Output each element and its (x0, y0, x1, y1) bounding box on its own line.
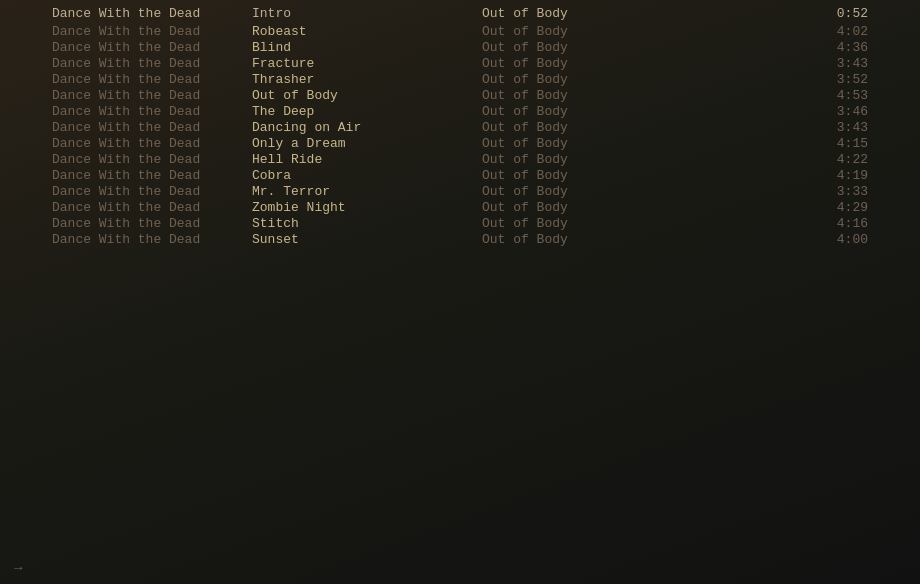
track-title: Fracture (252, 56, 482, 72)
track-artist: Dance With the Dead (52, 56, 252, 72)
track-title: Robeast (252, 24, 482, 40)
track-album: Out of Body (482, 40, 808, 56)
track-album: Out of Body (482, 200, 808, 216)
track-duration: 4:53 (808, 88, 868, 104)
track-title: Only a Dream (252, 136, 482, 152)
track-album: Out of Body (482, 72, 808, 88)
track-album: Out of Body (482, 136, 808, 152)
track-album: Out of Body (482, 24, 808, 40)
table-row[interactable]: Dance With the DeadSunsetOut of Body4:00 (0, 232, 920, 248)
track-album: Out of Body (482, 152, 808, 168)
table-row[interactable]: Dance With the DeadBlindOut of Body4:36 (0, 40, 920, 56)
track-duration: 4:36 (808, 40, 868, 56)
track-artist: Dance With the Dead (52, 24, 252, 40)
track-duration: 4:29 (808, 200, 868, 216)
track-album: Out of Body (482, 104, 808, 120)
track-duration: 3:43 (808, 56, 868, 72)
track-title: Hell Ride (252, 152, 482, 168)
table-row[interactable]: Dance With the DeadHell RideOut of Body4… (0, 152, 920, 168)
track-artist: Dance With the Dead (52, 184, 252, 200)
track-artist: Dance With the Dead (52, 88, 252, 104)
table-row[interactable]: Dance With the DeadRobeastOut of Body4:0… (0, 24, 920, 40)
header-duration: 0:52 (808, 6, 868, 22)
table-row[interactable]: Dance With the DeadFractureOut of Body3:… (0, 56, 920, 72)
track-title: Stitch (252, 216, 482, 232)
track-duration: 4:22 (808, 152, 868, 168)
track-title: Sunset (252, 232, 482, 248)
header-artist: Dance With the Dead (52, 6, 252, 22)
track-artist: Dance With the Dead (52, 104, 252, 120)
track-artist: Dance With the Dead (52, 200, 252, 216)
track-album: Out of Body (482, 216, 808, 232)
track-title: Cobra (252, 168, 482, 184)
track-artist: Dance With the Dead (52, 232, 252, 248)
track-title: Thrasher (252, 72, 482, 88)
table-row[interactable]: Dance With the DeadDancing on AirOut of … (0, 120, 920, 136)
track-album: Out of Body (482, 232, 808, 248)
track-title: Mr. Terror (252, 184, 482, 200)
table-row[interactable]: Dance With the DeadOut of BodyOut of Bod… (0, 88, 920, 104)
track-duration: 3:43 (808, 120, 868, 136)
track-title: Dancing on Air (252, 120, 482, 136)
track-artist: Dance With the Dead (52, 152, 252, 168)
track-title: Blind (252, 40, 482, 56)
track-duration: 4:00 (808, 232, 868, 248)
table-row[interactable]: Dance With the DeadStitchOut of Body4:16 (0, 216, 920, 232)
track-duration: 4:19 (808, 168, 868, 184)
track-album: Out of Body (482, 120, 808, 136)
track-list: Dance With the Dead Intro Out of Body 0:… (0, 0, 920, 254)
track-duration: 4:15 (808, 136, 868, 152)
track-album: Out of Body (482, 88, 808, 104)
track-album: Out of Body (482, 168, 808, 184)
track-title: The Deep (252, 104, 482, 120)
track-duration: 4:02 (808, 24, 868, 40)
track-title: Out of Body (252, 88, 482, 104)
table-row[interactable]: Dance With the DeadThe DeepOut of Body3:… (0, 104, 920, 120)
track-artist: Dance With the Dead (52, 136, 252, 152)
track-list-header: Dance With the Dead Intro Out of Body 0:… (0, 6, 920, 22)
track-artist: Dance With the Dead (52, 72, 252, 88)
header-album: Out of Body (482, 6, 808, 22)
track-artist: Dance With the Dead (52, 40, 252, 56)
track-duration: 3:52 (808, 72, 868, 88)
table-row[interactable]: Dance With the DeadZombie NightOut of Bo… (0, 200, 920, 216)
table-row[interactable]: Dance With the DeadMr. TerrorOut of Body… (0, 184, 920, 200)
table-row[interactable]: Dance With the DeadCobraOut of Body4:19 (0, 168, 920, 184)
track-duration: 3:46 (808, 104, 868, 120)
track-artist: Dance With the Dead (52, 120, 252, 136)
header-title: Intro (252, 6, 482, 22)
track-duration: 3:33 (808, 184, 868, 200)
track-artist: Dance With the Dead (52, 168, 252, 184)
track-album: Out of Body (482, 184, 808, 200)
table-row[interactable]: Dance With the DeadOnly a DreamOut of Bo… (0, 136, 920, 152)
track-album: Out of Body (482, 56, 808, 72)
track-duration: 4:16 (808, 216, 868, 232)
bottom-arrow-icon: → (14, 560, 22, 576)
track-title: Zombie Night (252, 200, 482, 216)
table-row[interactable]: Dance With the DeadThrasherOut of Body3:… (0, 72, 920, 88)
track-artist: Dance With the Dead (52, 216, 252, 232)
